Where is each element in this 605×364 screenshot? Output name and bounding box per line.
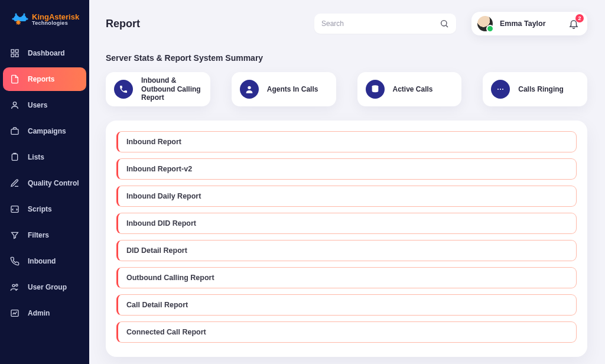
card-calls-ringing[interactable]: Calls Ringing — [483, 72, 587, 106]
sidebar-item-label: Users — [28, 101, 47, 109]
search-box[interactable] — [314, 14, 456, 34]
card-label: Active Calls — [393, 85, 433, 93]
sidebar-item-lists[interactable]: Lists — [3, 145, 86, 169]
dots-icon — [491, 80, 510, 99]
report-label: Outbound Calling Report — [126, 274, 214, 282]
sidebar-item-label: Campaigns — [28, 127, 66, 135]
svg-point-22 — [500, 89, 501, 90]
report-label: Connected Call Report — [126, 328, 206, 336]
svg-point-2 — [19, 17, 21, 18]
edit-icon — [10, 178, 19, 188]
report-item-inbound-v2[interactable]: Inbound Report-v2 — [116, 158, 577, 180]
svg-point-14 — [12, 284, 15, 287]
sidebar-item-quality-control[interactable]: Quality Control — [3, 171, 86, 195]
sidebar-item-label: Inbound — [28, 257, 56, 265]
briefcase-icon — [10, 126, 19, 136]
svg-point-1 — [15, 13, 17, 15]
sidebar-item-label: Filters — [28, 231, 49, 239]
sidebar-item-label: Quality Control — [28, 179, 79, 187]
card-label: Inbound & Outbound Calling Report — [141, 76, 202, 102]
summary-cards: Inbound & Outbound Calling Report Agents… — [106, 72, 587, 106]
notifications-button[interactable]: 2 — [568, 18, 579, 29]
card-agents-in-calls[interactable]: Agents In Calls — [232, 72, 336, 106]
svg-point-0 — [12, 18, 14, 20]
sidebar-item-label: Lists — [28, 153, 44, 161]
svg-point-10 — [13, 102, 16, 105]
report-item-did-detail[interactable]: DID Detail Report — [116, 240, 577, 261]
brand-logo: KingAsterisk Technologies — [0, 5, 89, 39]
svg-point-21 — [497, 89, 499, 90]
report-label: Inbound Report — [126, 138, 181, 146]
report-item-inbound-daily[interactable]: Inbound Daily Report — [116, 186, 577, 207]
agent-icon — [240, 80, 259, 99]
report-item-connected-call[interactable]: Connected Call Report — [116, 321, 577, 343]
reports-panel: Inbound Report Inbound Report-v2 Inbound… — [106, 121, 587, 357]
svg-rect-9 — [15, 54, 18, 57]
avatar — [477, 16, 493, 31]
report-label: Inbound Report-v2 — [126, 165, 192, 173]
phone-icon — [114, 80, 133, 99]
sidebar-item-label: User Group — [28, 283, 67, 291]
svg-rect-6 — [11, 50, 14, 53]
sidebar-item-filters[interactable]: Filters — [3, 223, 86, 247]
grid-icon — [10, 48, 19, 58]
sidebar-item-user-group[interactable]: User Group — [3, 275, 86, 299]
svg-rect-7 — [15, 50, 18, 53]
svg-point-23 — [502, 89, 503, 90]
sidebar-item-campaigns[interactable]: Campaigns — [3, 119, 86, 143]
report-item-call-detail[interactable]: Call Detail Report — [116, 294, 577, 316]
section-title: Server Stats & Report System Summary — [106, 53, 587, 63]
report-item-inbound[interactable]: Inbound Report — [116, 131, 577, 152]
sidebar-item-label: Scripts — [28, 205, 52, 213]
search-icon — [440, 19, 449, 28]
svg-line-18 — [446, 25, 448, 27]
svg-point-15 — [16, 284, 18, 286]
user-chip[interactable]: Emma Taylor 2 — [471, 12, 587, 35]
filter-icon — [10, 230, 19, 240]
notification-badge: 2 — [575, 14, 584, 22]
svg-rect-11 — [11, 129, 18, 135]
card-inbound-outbound-report[interactable]: Inbound & Outbound Calling Report — [106, 72, 210, 106]
sidebar-item-dashboard[interactable]: Dashboard — [3, 41, 86, 65]
clipboard-icon — [10, 152, 19, 162]
sidebar-item-label: Admin — [28, 309, 50, 317]
database-icon — [366, 80, 385, 99]
main: Report Emma Taylor 2 Server Stats & Repo… — [89, 0, 605, 364]
svg-point-3 — [23, 13, 25, 15]
search-input[interactable] — [321, 20, 440, 28]
svg-rect-12 — [12, 154, 17, 161]
crown-icon — [12, 11, 28, 28]
report-label: Inbound DID Report — [126, 219, 196, 228]
brand-subtitle: Technologies — [32, 21, 79, 26]
page-title: Report — [106, 18, 140, 30]
svg-point-17 — [441, 21, 447, 26]
users-icon — [10, 282, 19, 292]
user-name: Emma Taylor — [500, 20, 546, 28]
report-label: Call Detail Report — [126, 301, 188, 309]
sidebar-item-users[interactable]: Users — [3, 93, 86, 117]
report-item-inbound-did[interactable]: Inbound DID Report — [116, 213, 577, 234]
sidebar-item-scripts[interactable]: Scripts — [3, 197, 86, 221]
card-active-calls[interactable]: Active Calls — [357, 72, 462, 106]
card-label: Agents In Calls — [267, 85, 318, 93]
svg-rect-8 — [11, 54, 14, 57]
svg-point-19 — [248, 86, 251, 89]
sidebar: KingAsterisk Technologies Dashboard Repo… — [0, 0, 89, 364]
report-label: Inbound Daily Report — [126, 192, 201, 200]
sidebar-item-admin[interactable]: Admin — [3, 301, 86, 325]
phone-in-icon — [10, 256, 19, 266]
nav: Dashboard Reports Users Campaigns Lists … — [0, 41, 89, 325]
chart-icon — [10, 308, 19, 318]
report-label: DID Detail Report — [126, 246, 187, 255]
file-icon — [10, 74, 19, 84]
user-icon — [10, 100, 19, 110]
svg-point-4 — [26, 18, 28, 20]
sidebar-item-reports[interactable]: Reports — [3, 67, 86, 91]
card-label: Calls Ringing — [518, 85, 564, 93]
topbar: Report Emma Taylor 2 — [106, 12, 587, 35]
sidebar-item-inbound[interactable]: Inbound — [3, 249, 86, 273]
report-item-outbound-calling[interactable]: Outbound Calling Report — [116, 267, 577, 288]
sidebar-item-label: Reports — [28, 75, 54, 83]
code-icon — [10, 204, 19, 214]
sidebar-item-label: Dashboard — [28, 49, 65, 57]
